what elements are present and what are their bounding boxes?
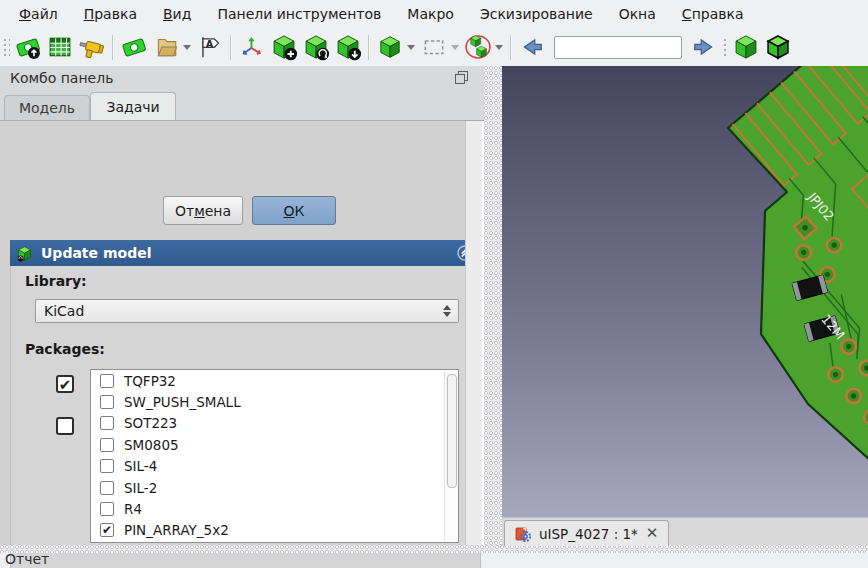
menu-view[interactable]: Вид — [150, 3, 204, 25]
taskbox-header[interactable]: Update model — [10, 240, 481, 266]
toolbar-drag-handle[interactable] — [722, 36, 728, 58]
export-pcb-button[interactable] — [13, 32, 43, 62]
checkbox[interactable]: ✔ — [100, 523, 114, 537]
checkbox[interactable] — [100, 416, 114, 430]
library-combobox[interactable]: KiCad — [35, 299, 459, 323]
group-models-button[interactable] — [463, 32, 493, 62]
spreadsheet-button[interactable] — [45, 32, 75, 62]
package-label: SM0805 — [124, 437, 179, 453]
group-models-split-button[interactable] — [462, 32, 506, 62]
nav-forward-button[interactable] — [689, 32, 719, 62]
menu-toolbars[interactable]: Панели инструментов — [204, 3, 394, 25]
cube-icon — [732, 33, 760, 61]
edged-cube-button[interactable] — [763, 32, 793, 62]
search-input[interactable] — [554, 36, 682, 59]
nav-back-button[interactable] — [517, 32, 547, 62]
checkbox[interactable] — [100, 459, 114, 473]
solid-cube-button[interactable] — [731, 32, 761, 62]
menu-sketch[interactable]: Эскизирование — [467, 3, 606, 25]
list-item[interactable]: SIL-4 — [91, 456, 458, 477]
checkbox[interactable] — [100, 438, 114, 452]
menu-macro[interactable]: Макро — [394, 3, 467, 25]
cancel-button[interactable]: Отмена — [163, 196, 243, 225]
toolbar-separator — [230, 35, 232, 60]
menu-edit[interactable]: Правка — [71, 3, 150, 25]
list-item[interactable]: R4 — [91, 498, 458, 519]
package-label: TQFP32 — [124, 373, 176, 389]
cube-sync-icon — [302, 33, 330, 61]
document-tab[interactable]: uISP_4027 : 1* ✕ — [504, 520, 669, 546]
package-label: SIL-4 — [124, 458, 157, 474]
checkbox[interactable] — [100, 374, 114, 388]
pcb-icon — [121, 34, 147, 60]
list-item[interactable]: SM0805 — [91, 434, 458, 455]
list-item[interactable]: ✔PIN_ARRAY_5x2 — [91, 520, 458, 541]
chevron-down-icon[interactable] — [183, 45, 191, 50]
checkbox[interactable] — [100, 481, 114, 495]
add-model-button[interactable] — [269, 32, 299, 62]
drill-tool-button[interactable] — [77, 32, 107, 62]
list-item[interactable]: SIL-2 — [91, 477, 458, 498]
tasks-pane: Отмена ОК Update model Library — [0, 120, 484, 546]
combo-panel-tabs: Модель Задачи — [0, 92, 484, 120]
document-tab-label: uISP_4027 : 1* — [539, 526, 638, 542]
packages-list[interactable]: TQFP32 SW_PUSH_SMALL SOT223 SM0805 SIL-4… — [90, 369, 459, 543]
checkbox[interactable] — [100, 395, 114, 409]
pcb-board-button[interactable] — [119, 32, 149, 62]
menu-file[interactable]: Файл — [6, 3, 71, 25]
report-panel-title: Отчет — [5, 551, 49, 567]
placement-button[interactable] — [237, 32, 267, 62]
chevron-down-icon — [451, 45, 459, 50]
chevron-down-icon[interactable] — [407, 45, 415, 50]
view-style-split-button[interactable] — [374, 32, 418, 62]
open-library-split-button[interactable] — [150, 32, 194, 62]
library-label: Library: — [25, 273, 87, 289]
ok-button[interactable]: ОК — [252, 196, 336, 225]
packages-label: Packages: — [25, 341, 105, 357]
close-icon[interactable]: ✕ — [646, 526, 659, 541]
dashed-rect-icon — [421, 34, 447, 60]
menu-help[interactable]: Справка — [669, 3, 757, 25]
chevron-down-icon[interactable] — [495, 45, 503, 50]
list-item[interactable]: SOT223 — [91, 413, 458, 434]
update-model-taskbox: Update model Library: KiCad Packages: ✔ … — [10, 240, 481, 568]
scrollbar-thumb[interactable] — [447, 374, 457, 488]
freecad-document-icon — [515, 526, 531, 542]
selection-box-button[interactable] — [419, 32, 449, 62]
table-icon — [47, 34, 73, 60]
float-panel-button[interactable] — [455, 71, 468, 84]
deselect-all-checkbox[interactable] — [56, 417, 74, 435]
3d-viewport[interactable]: JPJ02 12M P101 — [502, 66, 868, 517]
cube-add-icon — [270, 33, 298, 61]
toolbar-separator — [112, 35, 114, 60]
menu-bar: Файл Правка Вид Панели инструментов Макр… — [0, 0, 868, 28]
checkbox[interactable] — [100, 502, 114, 516]
vertical-splitter[interactable] — [484, 66, 502, 545]
cube-badge-icon — [16, 245, 33, 262]
load-model-button[interactable] — [333, 32, 363, 62]
spinner-arrows-icon — [443, 305, 451, 317]
annotate-label-button[interactable]: A — [195, 32, 225, 62]
folder-icon — [153, 34, 179, 60]
package-label: R4 — [124, 501, 142, 517]
horizontal-splitter[interactable] — [0, 545, 868, 553]
sync-model-button[interactable] — [301, 32, 331, 62]
view-cube-button[interactable] — [375, 32, 405, 62]
select-all-checkbox[interactable]: ✔ — [56, 375, 74, 393]
list-scrollbar[interactable] — [444, 371, 457, 541]
tab-tasks[interactable]: Задачи — [90, 92, 176, 120]
tab-model[interactable]: Модель — [4, 95, 90, 120]
pane-scrollbar-track[interactable] — [465, 121, 484, 545]
flag-a-icon: A — [197, 34, 223, 60]
cube-edges-icon — [764, 33, 792, 61]
axes-icon — [239, 34, 265, 60]
list-item[interactable]: TQFP32 — [91, 370, 458, 391]
cubes-circled-icon — [464, 33, 492, 61]
menu-windows[interactable]: Окна — [606, 3, 669, 25]
toolbar-drag-handle[interactable] — [2, 36, 10, 58]
list-item[interactable]: SW_PUSH_SMALL — [91, 391, 458, 412]
cube-icon — [377, 34, 403, 60]
folder-button[interactable] — [151, 32, 181, 62]
drill-icon — [79, 34, 105, 60]
taskbox-title: Update model — [41, 245, 457, 261]
